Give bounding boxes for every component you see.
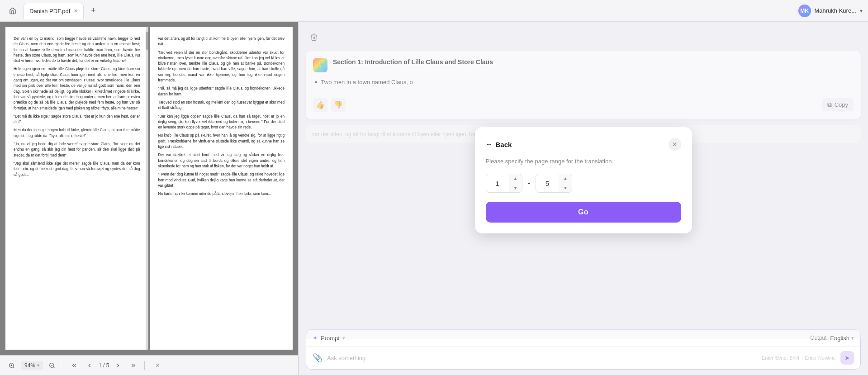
back-button[interactable]: ↔ Back [486,140,512,148]
nav-first-button[interactable] [68,359,81,372]
pdf-close-button[interactable]: × [151,359,164,372]
home-button[interactable] [5,4,20,18]
back-arrow-icon: ↔ [486,140,493,148]
modal-description: Please specify the page range for the tr… [486,158,681,165]
nav-prev-button[interactable] [83,359,96,372]
pdf-text-6: "Jeg skal såmænd ikke sige det mere!" sa… [14,161,140,178]
range-end-input[interactable]: ▲ ▼ [536,174,572,193]
pdf-text-3: "Det må du ikke sige," sagde store Claus… [14,114,140,125]
user-name-label: Mahrukh Kure... [815,7,857,14]
pdf-right-text-7: Der var dækket et stort bord med vin og … [158,152,285,169]
tab-close-button[interactable]: × [74,8,77,14]
range-start-input[interactable]: ▲ ▼ [486,174,522,193]
range-start-spinners: ▲ ▼ [509,174,522,192]
attach-icon[interactable]: 📎 [313,353,323,363]
svg-line-1 [13,366,14,368]
pdf-right-text-6: Nu krøb lille Claus op på skuret, hvor h… [158,133,285,150]
toolbar-separator-1 [63,361,63,370]
range-inputs: ▲ ▼ - ▲ ▼ [486,174,681,193]
range-end-down[interactable]: ▼ [559,183,572,192]
nav-last-button[interactable] [127,359,140,372]
nav-next-button[interactable] [112,359,124,372]
pdf-text-2: Hele ugen igennem måtte lille Claus pløj… [14,66,140,111]
pdf-right-text-2: Tæt ved vejen lå der en stor bondegård, … [158,50,285,84]
zoom-level: 94% [24,362,35,369]
range-start-field[interactable] [486,175,509,192]
pdf-text-5: "Ja, nu vil jeg bede dig at lade være!" … [14,142,140,158]
pdf-panel: Der var i en by to mænd, som begge havde… [0,22,299,375]
top-bar: Danish PDF.pdf × + MK Mahrukh Kure... ▾ [0,0,868,22]
toolbar-separator-2 [144,361,145,370]
enter-hint: Enter Send; Shift + Enter Newline [762,355,836,361]
tab-label: Danish PDF.pdf [29,8,70,14]
pdf-text-1: Der var i en by to mænd, som begge havde… [14,36,140,64]
chat-input[interactable]: Ask something [327,355,757,361]
send-icon: ➤ [844,354,850,361]
svg-line-5 [53,366,55,368]
range-dash: - [528,179,530,187]
send-button[interactable]: ➤ [840,351,854,365]
pdf-page-right: var det aften, og alt for langt til at k… [150,27,293,350]
range-start-up[interactable]: ▲ [509,174,522,183]
modal-close-button[interactable]: × [669,138,681,151]
right-panel: ✦ Section 1: Introduction of Lille Claus… [299,22,868,375]
zoom-in-button[interactable] [5,359,18,372]
scrollbar-thumb[interactable] [146,32,148,50]
user-menu-chevron[interactable]: ▾ [860,8,863,14]
page-range-modal: ↔ Back × Please specify the page range f… [475,127,692,233]
scrollbar[interactable] [146,27,148,350]
zoom-display: 94% ▾ [21,361,43,370]
zoom-chevron: ▾ [37,363,39,368]
pdf-right-text-5: "Der kan jeg ligge oppe!" sagde lille Cl… [158,114,285,131]
pdf-right-text-3: "Nå, så må jeg da ligge udenfor," sagde … [158,86,285,97]
pdf-right-text-9: Nu hørte han én komme ridende på landeve… [158,191,285,197]
avatar: MK [798,5,811,17]
pdf-right-text-4: Tæt ved stod en stor hostak, og mellem d… [158,100,285,111]
pdf-text-4: Men da der igen gik nogen forbi til kirk… [14,128,140,139]
pdf-toolbar: 94% ▾ 1 / 5 [0,355,298,375]
add-tab-button[interactable]: + [87,5,100,17]
page-info: 1 / 5 [99,362,109,369]
main-content: Der var i en by to mænd, som begge havde… [0,22,868,375]
back-label: Back [496,141,512,148]
pdf-right-text-8: "Hvem der dog kunne få noget med!" sagde… [158,172,285,189]
range-end-field[interactable] [536,175,559,192]
pdf-tab[interactable]: Danish PDF.pdf × [24,3,84,19]
range-start-down[interactable]: ▼ [509,183,522,192]
go-button[interactable]: Go [486,202,681,223]
chat-bar-input: 📎 Ask something Enter Send; Shift + Ente… [306,347,860,369]
zoom-out-button[interactable] [46,359,58,372]
modal-header: ↔ Back × [486,138,681,151]
range-end-up[interactable]: ▲ [559,174,572,183]
top-bar-right: MK Mahrukh Kure... ▾ [798,5,863,17]
pdf-page-left: Der var i en by to mænd, som begge havde… [5,27,148,350]
pdf-right-text-1: var det aften, og alt for langt til at k… [158,36,285,47]
range-end-spinners: ▲ ▼ [559,174,572,192]
pdf-content: Der var i en by to mænd, som begge havde… [0,22,298,355]
modal-overlay: ↔ Back × Please specify the page range f… [299,22,868,339]
